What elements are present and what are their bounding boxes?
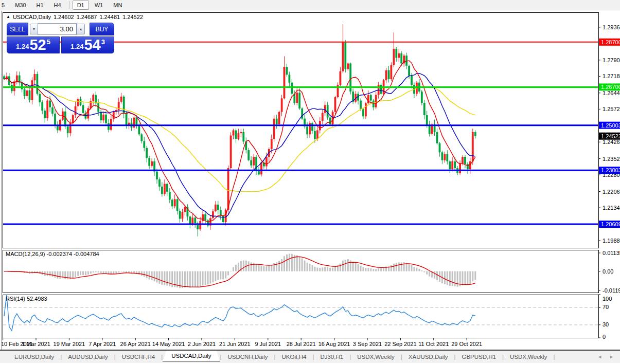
ask-price-big: 54: [84, 38, 100, 52]
svg-text:21 Jun 2021: 21 Jun 2021: [219, 341, 251, 347]
svg-text:70: 70: [603, 304, 609, 310]
arrow-down-icon: ▼: [32, 27, 36, 31]
svg-text:26 Apr 2021: 26 Apr 2021: [120, 341, 151, 347]
svg-text:100: 100: [603, 296, 612, 302]
chart-tab-gbpusd-h1[interactable]: GBPUSD,H1: [456, 352, 502, 361]
arrow-up-icon: ▲: [79, 27, 83, 31]
timeframe-button-w1[interactable]: W1: [90, 1, 108, 10]
svg-text:22 Sep 2021: 22 Sep 2021: [384, 341, 416, 347]
chart-tab-usdx-weekly[interactable]: USDX,Weekly: [351, 352, 401, 361]
svg-text:1.27900: 1.27900: [603, 57, 620, 63]
volume-increase-button[interactable]: ▲: [77, 24, 85, 34]
chart-tab-audusd-daily[interactable]: AUDUSD,Daily: [62, 352, 114, 361]
svg-text:1.26440: 1.26440: [603, 90, 620, 96]
svg-text:1.22060: 1.22060: [603, 189, 620, 195]
ohlc-open: 1.24602: [54, 14, 74, 20]
svg-text:14 May 2021: 14 May 2021: [152, 341, 185, 347]
macd-label: MACD(12,26,9) -0.002374 -0.004784: [6, 251, 99, 257]
svg-text:1.20609: 1.20609: [601, 221, 620, 227]
chart-tab-eurusd-daily[interactable]: EURUSD,Daily: [8, 352, 60, 361]
svg-text:1.25720: 1.25720: [603, 106, 620, 112]
svg-text:-0.01190: -0.01190: [603, 287, 620, 294]
rsi-label: RSI(14) 52.4983: [6, 296, 47, 302]
timeframe-button-h1[interactable]: H1: [32, 1, 48, 10]
svg-text:11 Oct 2021: 11 Oct 2021: [418, 341, 449, 347]
timeframe-button-d1[interactable]: D1: [73, 1, 89, 10]
svg-text:1 Mar 2021: 1 Mar 2021: [22, 341, 50, 347]
bid-price-display[interactable]: 1.24 52 5: [7, 37, 60, 53]
svg-text:0.01135: 0.01135: [603, 250, 620, 256]
svg-text:1.28700: 1.28700: [601, 39, 620, 45]
svg-text:2 Jun 2021: 2 Jun 2021: [188, 341, 216, 347]
timeframe-button-mn[interactable]: MN: [109, 1, 127, 10]
ask-price-display[interactable]: 1.24 54 3: [61, 37, 114, 53]
volume-decrease-button[interactable]: ▼: [30, 24, 38, 34]
svg-text:1.19880: 1.19880: [603, 238, 620, 244]
ask-price-prefix: 1.24: [70, 43, 83, 50]
svg-text:1.24522: 1.24522: [601, 133, 620, 139]
chart-background: [0, 11, 620, 350]
svg-text:1.23003: 1.23003: [601, 167, 620, 173]
ask-price-pip: 3: [101, 38, 105, 46]
volume-input[interactable]: 3.00: [38, 23, 77, 35]
svg-text:29 Oct 2021: 29 Oct 2021: [451, 341, 482, 347]
bid-price-prefix: 1.24: [16, 43, 29, 50]
chart-tab-usdchf-h4[interactable]: USDCHF,H4: [116, 352, 162, 361]
svg-text:19 Mar 2021: 19 Mar 2021: [54, 341, 85, 347]
timeframe-button-5[interactable]: 5: [0, 1, 9, 10]
svg-text:16 Aug 2021: 16 Aug 2021: [318, 341, 350, 347]
timeframe-toolbar: 5M30H1H4D1W1MN: [0, 0, 620, 10]
timeframe-button-h4[interactable]: H4: [49, 1, 66, 10]
tab-scroll-right-icon[interactable]: ►: [609, 354, 614, 359]
svg-text:30: 30: [603, 321, 609, 327]
svg-text:1.25003: 1.25003: [601, 122, 620, 129]
chart-symbol-label: USDCAD,Daily: [13, 14, 51, 20]
buy-button[interactable]: BUY: [90, 23, 114, 35]
chart-tab-usdcnh-daily[interactable]: USDCNH,Daily: [222, 352, 274, 361]
ohlc-high: 1.24687: [77, 14, 97, 20]
chart-tabbar: EURUSD,Daily|AUDUSD,Daily|USDCHF,H4|USDC…: [0, 350, 620, 363]
collapse-panel-icon[interactable]: ▲: [6, 14, 10, 20]
chart-tab-usdx-weekly[interactable]: USDX,Weekly: [504, 352, 554, 361]
sell-button[interactable]: SELL: [7, 23, 28, 35]
tab-scroll-left-icon[interactable]: ◄: [597, 354, 602, 359]
ohlc-close: 1.24522: [122, 14, 143, 20]
svg-text:1.27180: 1.27180: [603, 73, 620, 79]
tab-separator: |: [161, 354, 163, 360]
svg-text:1.26700: 1.26700: [601, 84, 620, 90]
chart-tab-dj30-h1[interactable]: DJ30,H1: [314, 352, 349, 361]
svg-text:1.21340: 1.21340: [603, 205, 620, 211]
svg-text:28 Jul 2021: 28 Jul 2021: [287, 341, 316, 347]
svg-text:9 Jul 2021: 9 Jul 2021: [255, 341, 281, 347]
svg-text:1.23520: 1.23520: [603, 156, 620, 162]
toolbar-separator: [69, 1, 69, 9]
bid-price-pip: 5: [47, 38, 50, 46]
chart-tab-xauusd-daily[interactable]: XAUUSD,Daily: [402, 352, 454, 361]
chart-title: ▲ USDCAD,Daily 1.24602 1.24687 1.24481 1…: [6, 14, 143, 20]
svg-text:7 Apr 2021: 7 Apr 2021: [88, 341, 116, 347]
svg-text:0.00: 0.00: [603, 268, 613, 275]
svg-text:3 Sep 2021: 3 Sep 2021: [353, 341, 382, 347]
one-click-trade-panel: SELL ▼ 3.00 ▲ BUY 1.24 52 5 1.24 54 3: [7, 22, 114, 53]
svg-text:1.24260: 1.24260: [603, 139, 620, 145]
svg-text:1.29360: 1.29360: [603, 24, 620, 30]
timeframe-button-m30[interactable]: M30: [10, 1, 30, 10]
tab-separator: |: [554, 354, 555, 360]
ohlc-low: 1.24481: [99, 14, 120, 20]
chart-tab-usdcad-daily[interactable]: USDCAD,Daily: [163, 351, 220, 362]
bid-price-big: 52: [29, 38, 46, 52]
chart-tab-ukoil-h4[interactable]: UKOil,H4: [275, 352, 312, 361]
svg-text:0: 0: [603, 334, 606, 340]
